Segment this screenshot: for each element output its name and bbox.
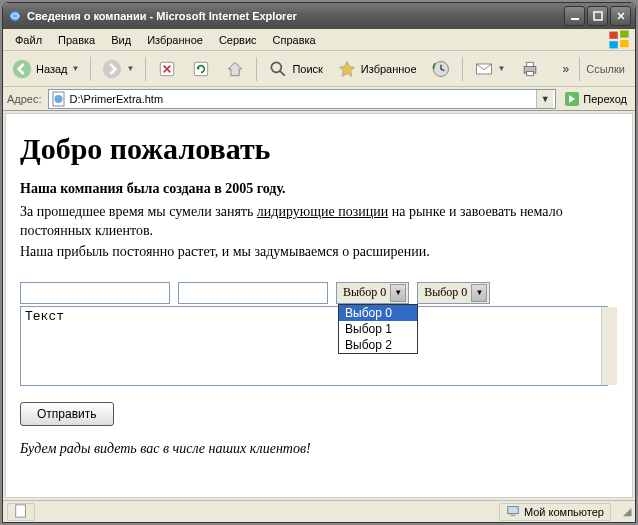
scrollbar[interactable] [601,307,617,385]
favorites-label: Избранное [361,63,417,75]
zone-label: Мой компьютер [524,506,604,518]
svg-rect-15 [526,62,533,66]
history-button[interactable] [426,55,456,83]
computer-icon [506,504,520,520]
address-dropdown-icon[interactable]: ▼ [536,90,553,108]
svg-point-0 [10,11,21,22]
menu-view[interactable]: Вид [103,32,139,48]
titlebar[interactable]: Сведения о компании - Microsoft Internet… [3,3,635,29]
select-1-value: Выбор 0 [343,285,386,300]
page-content: Добро пожаловать Наша компания была созд… [5,113,633,498]
home-button[interactable] [220,55,250,83]
mail-button[interactable]: ▼ [469,55,511,83]
svg-rect-1 [571,18,579,20]
chevron-down-icon: ▼ [72,64,80,73]
message-textarea[interactable] [20,306,608,386]
svg-point-18 [54,95,62,103]
address-bar: Адрес: D:\PrimerExtra.htm ▼ Переход [3,87,635,111]
text-input-1[interactable] [20,282,170,304]
toolbar: Назад ▼ ▼ Поиск Избранное [3,51,635,87]
svg-rect-21 [508,506,519,513]
separator [462,57,463,81]
resize-grip-icon[interactable]: ◢ [617,505,631,518]
page-heading: Добро пожаловать [20,132,618,166]
chevron-down-icon: ▼ [126,64,134,73]
menu-favorites[interactable]: Избранное [139,32,211,48]
chevron-down-icon: ▼ [471,284,487,302]
search-label: Поиск [292,63,322,75]
separator [256,57,257,81]
svg-rect-16 [526,71,533,75]
print-button[interactable] [515,55,545,83]
select-1[interactable]: Выбор 0 ▼ [336,282,409,304]
ie-logo-icon [7,8,23,24]
intro-paragraph-1: За прошедшее время мы сумели занять лиди… [20,203,618,241]
back-button[interactable]: Назад ▼ [7,55,84,83]
svg-rect-2 [594,12,602,20]
text-input-2[interactable] [178,282,328,304]
option-1[interactable]: Выбор 1 [339,321,417,337]
page-icon [14,504,28,520]
address-value: D:\PrimerExtra.htm [70,93,537,105]
svg-point-8 [103,59,121,77]
svg-rect-6 [620,40,628,47]
address-label: Адрес: [7,93,44,105]
stop-button[interactable] [152,55,182,83]
menu-edit[interactable]: Правка [50,32,103,48]
close-button[interactable] [610,6,631,26]
submit-button[interactable]: Отправить [20,402,114,426]
window-title: Сведения о компании - Microsoft Internet… [27,10,564,22]
status-left [7,503,35,521]
go-label: Переход [583,93,627,105]
ie-page-icon [51,91,67,107]
svg-rect-10 [195,62,208,75]
svg-rect-5 [609,41,617,48]
minimize-button[interactable] [564,6,585,26]
textarea-wrap [20,306,618,388]
links-label[interactable]: Ссылки [579,57,631,81]
statusbar: Мой компьютер ◢ [3,500,635,522]
intro-bold: Наша компания была создана в 2005 году. [20,180,618,199]
windows-logo-icon [607,30,631,50]
menu-file[interactable]: Файл [7,32,50,48]
option-2[interactable]: Выбор 2 [339,337,417,353]
search-button[interactable]: Поиск [263,55,327,83]
maximize-button[interactable] [587,6,608,26]
select-2-value: Выбор 0 [424,285,467,300]
svg-rect-4 [620,30,628,37]
footer-message: Будем рады видеть вас в числе наших клие… [20,440,618,459]
svg-rect-20 [16,504,26,516]
separator [145,57,146,81]
separator [90,57,91,81]
chevron-down-icon: ▼ [498,64,506,73]
menubar: Файл Правка Вид Избранное Сервис Справка [3,29,635,51]
select-2[interactable]: Выбор 0 ▼ [417,282,490,304]
address-input[interactable]: D:\PrimerExtra.htm ▼ [48,89,557,109]
refresh-button[interactable] [186,55,216,83]
app-window: Сведения о компании - Microsoft Internet… [2,2,636,523]
option-0[interactable]: Выбор 0 [339,305,417,321]
svg-rect-22 [510,514,515,516]
status-zone: Мой компьютер [499,503,611,521]
go-button[interactable]: Переход [560,89,631,109]
leading-link[interactable]: лидирующие позиции [257,204,388,219]
select-1-dropdown: Выбор 0 Выбор 1 Выбор 2 [338,304,418,354]
back-label: Назад [36,63,68,75]
intro-paragraph-2: Наша прибыль постоянно растет, и мы заду… [20,243,618,262]
favorites-button[interactable]: Избранное [332,55,422,83]
svg-point-7 [13,59,31,77]
toolbar-overflow-icon[interactable]: » [557,62,576,76]
svg-rect-3 [609,31,617,38]
form-row: Выбор 0 ▼ Выбор 0 ▼ Выбор 0 Выбор 1 Выбо… [20,282,618,304]
forward-button[interactable]: ▼ [97,55,139,83]
menu-help[interactable]: Справка [265,32,324,48]
menu-tools[interactable]: Сервис [211,32,265,48]
chevron-down-icon: ▼ [390,284,406,302]
